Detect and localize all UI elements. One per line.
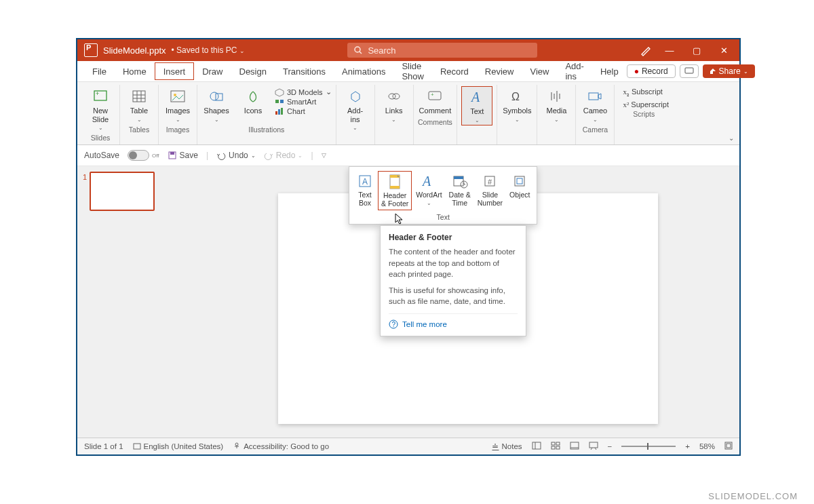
- svg-marker-47: [395, 214, 402, 224]
- images-button[interactable]: Images⌄: [163, 86, 193, 124]
- dropdown-group-label: Text: [353, 210, 532, 221]
- save-button[interactable]: Save: [168, 151, 198, 160]
- svg-text:?: ?: [392, 321, 396, 328]
- group-label-tables: Tables: [129, 124, 149, 136]
- images-icon: [168, 88, 187, 105]
- text-box-button[interactable]: A Text Box: [353, 171, 376, 210]
- svg-text:A: A: [362, 177, 368, 187]
- share-button[interactable]: Share⌄: [703, 64, 755, 78]
- header-footer-button[interactable]: Header & Footer: [378, 171, 412, 210]
- 3d-models-button[interactable]: 3D Models ⌄: [275, 88, 332, 96]
- tab-home[interactable]: Home: [115, 61, 155, 81]
- svg-rect-35: [390, 186, 400, 189]
- tab-help[interactable]: Help: [592, 61, 627, 81]
- date-time-icon: [451, 172, 469, 190]
- new-slide-icon: +: [91, 88, 110, 105]
- comment-icon: +: [425, 88, 444, 105]
- svg-point-11: [174, 94, 176, 96]
- reading-view-button[interactable]: [570, 442, 579, 451]
- record-button[interactable]: ●Record: [627, 64, 676, 78]
- table-button[interactable]: Table⌄: [124, 86, 154, 124]
- addins-button[interactable]: Add- ins⌄: [341, 86, 370, 132]
- slide-thumbnail-panel[interactable]: 1: [77, 166, 197, 438]
- svg-point-51: [235, 443, 238, 446]
- svg-rect-30: [170, 152, 174, 155]
- tab-view[interactable]: View: [522, 61, 557, 81]
- fit-to-window-button[interactable]: [724, 442, 733, 451]
- tab-slideshow[interactable]: Slide Show: [393, 61, 432, 81]
- tell-me-more-link[interactable]: ? Tell me more: [389, 313, 518, 329]
- cameo-button[interactable]: Cameo⌄: [580, 86, 610, 124]
- minimize-button[interactable]: —: [661, 45, 678, 56]
- text-box-icon: A: [356, 172, 374, 190]
- tab-transitions[interactable]: Transitions: [275, 61, 334, 81]
- shapes-button[interactable]: Shapes⌄: [201, 86, 231, 124]
- icons-button[interactable]: Icons: [238, 86, 268, 117]
- collapse-ribbon-button[interactable]: ⌄: [729, 134, 734, 142]
- date-time-button[interactable]: Date & Time: [446, 171, 473, 210]
- object-button[interactable]: Object: [507, 171, 532, 210]
- zoom-level[interactable]: 58%: [699, 442, 715, 450]
- thumbnail-preview: [90, 172, 155, 211]
- icons-icon: [244, 88, 263, 105]
- language-icon: [133, 442, 141, 450]
- maximize-button[interactable]: ▢: [688, 45, 705, 56]
- svg-rect-45: [515, 176, 524, 186]
- svg-rect-5: [133, 91, 145, 102]
- close-button[interactable]: ✕: [715, 45, 733, 56]
- tab-file[interactable]: File: [84, 61, 115, 81]
- search-icon: [354, 46, 362, 54]
- slide-number-button[interactable]: # Slide Number: [475, 171, 505, 210]
- slide-counter[interactable]: Slide 1 of 1: [84, 442, 123, 450]
- document-title: SlideModel.pptx: [103, 45, 166, 56]
- zoom-slider[interactable]: [621, 446, 676, 447]
- slide-thumbnail-1[interactable]: 1: [83, 172, 191, 211]
- comment-button[interactable]: + Comment: [418, 86, 453, 117]
- search-box[interactable]: Search: [347, 43, 537, 58]
- tab-review[interactable]: Review: [477, 61, 522, 81]
- save-status[interactable]: • Saved to this PC ⌄: [172, 45, 245, 55]
- qat-overflow[interactable]: ▽: [322, 152, 326, 159]
- tab-draw[interactable]: Draw: [194, 61, 231, 81]
- tab-addins[interactable]: Add-ins: [557, 61, 592, 81]
- language-status[interactable]: English (United States): [133, 442, 224, 450]
- reading-icon: [570, 442, 579, 450]
- redo-button[interactable]: Redo ⌄: [264, 151, 303, 160]
- present-button[interactable]: [680, 64, 699, 78]
- svg-marker-20: [351, 92, 360, 102]
- links-button[interactable]: Links⌄: [379, 86, 409, 124]
- undo-button[interactable]: Undo ⌄: [216, 151, 256, 160]
- header-footer-icon: [386, 173, 404, 191]
- zoom-out-button[interactable]: −: [608, 442, 613, 450]
- smartart-button[interactable]: SmartArt: [275, 98, 332, 106]
- 3d-models-icon: [275, 88, 284, 96]
- wordart-button[interactable]: A WordArt⌄: [413, 171, 444, 210]
- tab-record[interactable]: Record: [432, 61, 477, 81]
- tab-insert[interactable]: Insert: [155, 62, 195, 80]
- status-bar: Slide 1 of 1 English (United States) Acc…: [77, 438, 739, 454]
- zoom-in-button[interactable]: +: [685, 442, 690, 450]
- normal-view-button[interactable]: [532, 442, 541, 451]
- chart-button[interactable]: Chart: [275, 107, 332, 115]
- slideshow-view-button[interactable]: [589, 442, 598, 451]
- superscript-button[interactable]: x² Superscript: [623, 100, 669, 109]
- svg-rect-27: [589, 93, 598, 100]
- notes-button[interactable]: ≐Notes: [492, 442, 522, 451]
- symbols-button[interactable]: Ω Symbols⌄: [501, 86, 532, 124]
- text-dropdown-button[interactable]: A Text⌄: [461, 86, 492, 125]
- tab-animations[interactable]: Animations: [334, 61, 393, 81]
- svg-rect-17: [275, 111, 277, 115]
- subscript-button[interactable]: x₂ Subscript: [623, 88, 669, 98]
- tab-design[interactable]: Design: [231, 61, 275, 81]
- media-button[interactable]: Media⌄: [541, 86, 571, 124]
- svg-point-21: [389, 94, 395, 99]
- undo-icon: [216, 151, 226, 159]
- group-label-slides: Slides: [91, 132, 111, 144]
- accessibility-status[interactable]: Accessibility: Good to go: [233, 442, 329, 450]
- autosave-toggle[interactable]: Off: [128, 150, 159, 161]
- slide-sorter-button[interactable]: [551, 442, 560, 451]
- new-slide-button[interactable]: + New Slide⌄: [85, 86, 115, 132]
- pen-mode-icon[interactable]: [640, 45, 651, 56]
- workspace: 1 A Text Box Header & Footer: [77, 166, 739, 438]
- group-label-illustrations: Illustrations: [248, 124, 284, 136]
